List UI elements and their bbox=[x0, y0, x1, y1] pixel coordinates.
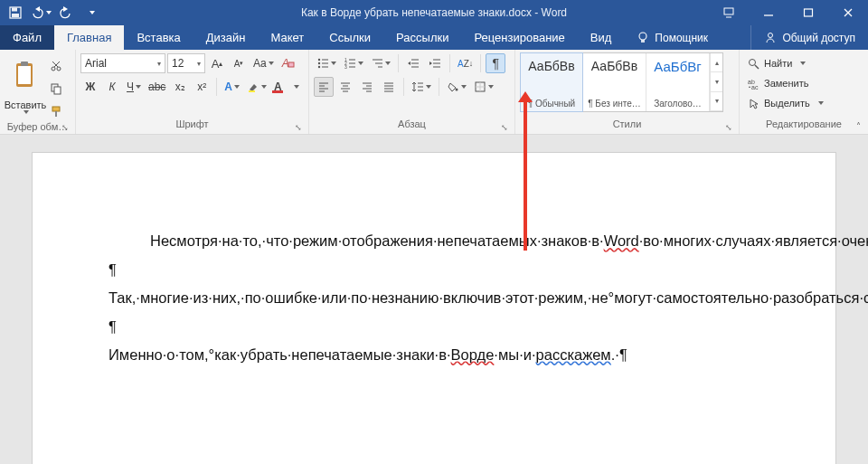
align-right-button[interactable] bbox=[357, 77, 377, 97]
styles-scroll[interactable]: ▴▾▾ bbox=[710, 53, 722, 111]
svg-point-25 bbox=[318, 59, 320, 61]
change-case-button[interactable]: Aa bbox=[250, 53, 277, 73]
align-center-button[interactable] bbox=[335, 77, 355, 97]
group-label-paragraph: Абзац⤡ bbox=[314, 118, 510, 134]
tab-file[interactable]: Файл bbox=[0, 25, 54, 50]
empty-paragraph[interactable]: ¶ bbox=[108, 261, 760, 279]
paste-button[interactable]: Вставить bbox=[5, 52, 46, 116]
strikethrough-button[interactable]: abc bbox=[146, 77, 168, 97]
redo-icon[interactable] bbox=[54, 2, 78, 24]
numbering-button[interactable]: 123 bbox=[341, 53, 366, 73]
copy-button[interactable] bbox=[46, 79, 66, 99]
font-size-combo[interactable]: 12▾ bbox=[167, 53, 205, 73]
text-effects-button[interactable]: A bbox=[222, 77, 242, 97]
styles-gallery[interactable]: АаБбВв¶ Обычный АаБбВв¶ Без инте… АаБбВг… bbox=[520, 52, 723, 112]
show-hide-marks-button[interactable]: ¶ bbox=[486, 53, 505, 73]
save-icon[interactable] bbox=[4, 2, 27, 24]
tab-references[interactable]: Ссылки bbox=[316, 25, 383, 50]
tell-me[interactable]: Помощник bbox=[624, 25, 721, 50]
list-numbers-icon: 123 bbox=[344, 57, 356, 70]
paragraph[interactable]: Именно·о·том,°как·убрать·непечатаемые·зн… bbox=[108, 345, 760, 366]
tab-review[interactable]: Рецензирование bbox=[461, 25, 577, 50]
borders-icon bbox=[474, 80, 486, 93]
svg-rect-22 bbox=[288, 62, 294, 67]
spelling-error[interactable]: Word bbox=[604, 232, 639, 249]
format-painter-button[interactable] bbox=[46, 101, 66, 121]
svg-rect-3 bbox=[724, 8, 733, 14]
justify-button[interactable] bbox=[379, 77, 399, 97]
spelling-error[interactable]: Ворде bbox=[451, 346, 495, 363]
cursor-icon bbox=[748, 98, 760, 109]
share-button[interactable]: Общий доступ bbox=[750, 25, 868, 50]
maximize-icon[interactable] bbox=[788, 0, 828, 25]
style-heading1[interactable]: АаБбВгЗаголово… bbox=[646, 53, 710, 111]
dialog-launcher-icon[interactable]: ⤡ bbox=[293, 122, 304, 133]
clipboard-icon bbox=[13, 52, 38, 99]
close-icon[interactable] bbox=[828, 0, 868, 25]
undo-icon[interactable] bbox=[29, 2, 52, 24]
tab-view[interactable]: Вид bbox=[578, 25, 625, 50]
svg-point-26 bbox=[318, 62, 320, 64]
underline-button[interactable]: Ч bbox=[124, 77, 144, 97]
group-label-editing: Редактирование bbox=[744, 118, 863, 134]
dialog-launcher-icon[interactable]: ⤡ bbox=[60, 122, 71, 133]
svg-point-14 bbox=[52, 67, 55, 71]
subscript-button[interactable]: x₂ bbox=[170, 77, 190, 97]
paragraph[interactable]: Так,·многие·из·них,·по·ошибке·или·по·нез… bbox=[108, 288, 760, 309]
tab-layout[interactable]: Макет bbox=[258, 25, 316, 50]
brush-icon bbox=[50, 105, 62, 118]
superscript-button[interactable]: x² bbox=[192, 77, 212, 97]
tab-insert[interactable]: Вставка bbox=[124, 25, 193, 50]
font-name-combo[interactable]: Arial▾ bbox=[80, 53, 165, 73]
borders-button[interactable] bbox=[471, 77, 496, 97]
grow-font-button[interactable]: A▴ bbox=[207, 53, 227, 73]
grammar-error[interactable]: расскажем bbox=[536, 346, 611, 363]
line-spacing-button[interactable] bbox=[409, 77, 434, 97]
page[interactable]: Несмотря·на·то,·что·режим·отображения·не… bbox=[33, 153, 835, 464]
shrink-font-button[interactable]: A▾ bbox=[229, 53, 249, 73]
highlight-button[interactable] bbox=[244, 77, 269, 97]
tab-design[interactable]: Дизайн bbox=[193, 25, 259, 50]
paragraph[interactable]: Несмотря·на·то,·что·режим·отображения·не… bbox=[108, 231, 760, 252]
group-clipboard: Вставить Буфер обм…⤡ bbox=[0, 50, 76, 134]
clear-formatting-button[interactable]: A bbox=[278, 53, 298, 73]
style-normal[interactable]: АаБбВв¶ Обычный bbox=[520, 52, 583, 112]
line-spacing-icon bbox=[411, 80, 424, 93]
collapse-ribbon-icon[interactable]: ˄ bbox=[852, 119, 864, 132]
align-left-button[interactable] bbox=[314, 77, 334, 97]
sort-button[interactable]: AZ↓ bbox=[455, 53, 476, 73]
dialog-launcher-icon[interactable]: ⤡ bbox=[499, 122, 510, 133]
tab-mailings[interactable]: Рассылки bbox=[383, 25, 461, 50]
minimize-icon[interactable] bbox=[749, 0, 788, 25]
font-color-button[interactable]: A bbox=[271, 77, 302, 97]
group-label-styles: Стили⤡ bbox=[520, 118, 734, 134]
share-icon bbox=[764, 32, 777, 44]
dialog-launcher-icon[interactable]: ⤡ bbox=[723, 122, 734, 133]
shading-button[interactable] bbox=[444, 77, 469, 97]
list-multilevel-icon bbox=[371, 57, 383, 70]
bold-button[interactable]: Ж bbox=[80, 77, 100, 97]
qat-customize-icon[interactable] bbox=[80, 2, 103, 24]
tab-home[interactable]: Главная bbox=[54, 25, 124, 50]
svg-rect-9 bbox=[641, 40, 645, 43]
svg-rect-24 bbox=[272, 90, 283, 93]
ribbon-options-icon[interactable] bbox=[709, 0, 749, 25]
svg-text:ac: ac bbox=[751, 84, 759, 90]
italic-button[interactable]: К bbox=[102, 77, 122, 97]
style-no-spacing[interactable]: АаБбВв¶ Без инте… bbox=[583, 53, 646, 111]
document-area: Несмотря·на·то,·что·режим·отображения·не… bbox=[0, 135, 868, 464]
find-button[interactable]: Найти bbox=[744, 54, 827, 72]
group-label-font: Шрифт⤡ bbox=[80, 118, 304, 134]
bullets-button[interactable] bbox=[314, 53, 339, 73]
ribbon: Вставить Буфер обм…⤡ Arial▾ 12▾ A▴ A▾ Aa… bbox=[0, 50, 868, 135]
select-button[interactable]: Выделить bbox=[744, 94, 827, 112]
empty-paragraph[interactable]: ¶ bbox=[108, 318, 760, 336]
cut-button[interactable] bbox=[46, 56, 66, 76]
lightbulb-icon bbox=[637, 32, 649, 44]
replace-button[interactable]: abacЗаменить bbox=[744, 74, 827, 92]
increase-indent-button[interactable] bbox=[425, 53, 445, 73]
svg-point-8 bbox=[639, 33, 646, 40]
decrease-indent-button[interactable] bbox=[403, 53, 423, 73]
multilevel-list-button[interactable] bbox=[368, 53, 393, 73]
document-title: Как в Ворде убрать непечатаемые знаки.do… bbox=[301, 6, 567, 19]
